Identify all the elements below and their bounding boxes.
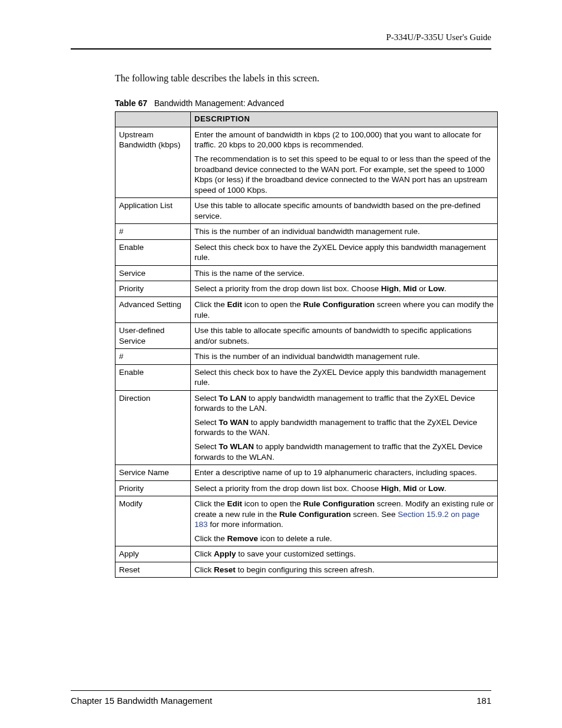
- table-row: Advanced SettingClick the Edit icon to o…: [115, 297, 498, 323]
- header-rule: [71, 48, 491, 50]
- bold-text: Low: [428, 284, 444, 293]
- table-row: ServiceThis is the name of the service.: [115, 265, 498, 281]
- row-label: Application List: [115, 198, 191, 224]
- table-header-description: DESCRIPTION: [191, 112, 498, 127]
- row-label: Reset: [115, 562, 191, 578]
- row-label: Modify: [115, 496, 191, 546]
- bold-text: Rule Configuration: [303, 300, 375, 309]
- description-paragraph: This is the number of an individual band…: [194, 226, 494, 237]
- description-paragraph: Click the Edit icon to open the Rule Con…: [194, 499, 494, 530]
- row-description: This is the name of the service.: [191, 265, 498, 281]
- row-description: Enter a descriptive name of up to 19 alp…: [191, 465, 498, 481]
- description-paragraph: Use this table to allocate specific amou…: [194, 325, 494, 346]
- description-paragraph: Click the Edit icon to open the Rule Con…: [194, 299, 494, 320]
- table-row: EnableSelect this check box to have the …: [115, 239, 498, 265]
- description-paragraph: Use this table to allocate specific amou…: [194, 200, 494, 221]
- table-row: PrioritySelect a priority from the drop …: [115, 480, 498, 496]
- table-row: #This is the number of an individual ban…: [115, 224, 498, 240]
- row-label: Advanced Setting: [115, 297, 191, 323]
- table-row: #This is the number of an individual ban…: [115, 349, 498, 365]
- table-row: ApplyClick Apply to save your customized…: [115, 546, 498, 562]
- row-description: Select To LAN to apply bandwidth managem…: [191, 390, 498, 465]
- row-label: Direction: [115, 390, 191, 465]
- description-paragraph: This is the name of the service.: [194, 268, 494, 279]
- row-label: #: [115, 349, 191, 365]
- bold-text: Low: [428, 484, 444, 493]
- row-label: Priority: [115, 480, 191, 496]
- table-row: PrioritySelect a priority from the drop …: [115, 281, 498, 297]
- header-guide-title: P-334U/P-335U User's Guide: [71, 32, 491, 42]
- description-paragraph: The recommendation is to set this speed …: [194, 154, 494, 195]
- row-label: Service: [115, 265, 191, 281]
- bold-text: To WLAN: [219, 442, 254, 451]
- row-description: Enter the amount of bandwidth in kbps (2…: [191, 127, 498, 197]
- bold-text: Edit: [227, 499, 243, 508]
- row-description: Use this table to allocate specific amou…: [191, 198, 498, 224]
- description-table: DESCRIPTION Upstream Bandwidth (kbps)Ent…: [115, 111, 498, 578]
- bold-text: To WAN: [219, 418, 249, 427]
- row-description: This is the number of an individual band…: [191, 349, 498, 365]
- bold-text: High: [381, 484, 399, 493]
- row-description: This is the number of an individual band…: [191, 224, 498, 240]
- description-paragraph: Select To LAN to apply bandwidth managem…: [194, 393, 494, 414]
- footer-rule: [71, 690, 491, 691]
- description-paragraph: Click the Remove icon to delete a rule.: [194, 533, 494, 544]
- table-row: Service NameEnter a descriptive name of …: [115, 465, 498, 481]
- bold-text: Remove: [227, 534, 259, 543]
- bold-text: To LAN: [219, 394, 246, 403]
- table-header-blank: [115, 112, 191, 127]
- row-label: #: [115, 224, 191, 240]
- table-row: EnableSelect this check box to have the …: [115, 364, 498, 390]
- bold-text: Mid: [403, 284, 416, 293]
- bold-text: High: [381, 284, 399, 293]
- table-row: DirectionSelect To LAN to apply bandwidt…: [115, 390, 498, 465]
- row-label: Upstream Bandwidth (kbps): [115, 127, 191, 197]
- bold-text: Reset: [214, 565, 236, 574]
- description-paragraph: Select To WAN to apply bandwidth managem…: [194, 417, 494, 438]
- description-paragraph: Select To WLAN to apply bandwidth manage…: [194, 442, 494, 462]
- table-caption-label: Table 67: [115, 98, 147, 108]
- table-row: Upstream Bandwidth (kbps)Enter the amoun…: [115, 127, 498, 197]
- description-paragraph: This is the number of an individual band…: [194, 351, 494, 362]
- bold-text: Rule Configuration: [303, 499, 375, 508]
- row-description: Click Apply to save your customized sett…: [191, 546, 498, 562]
- row-label: Enable: [115, 239, 191, 265]
- row-description: Use this table to allocate specific amou…: [191, 323, 498, 349]
- table-row: User-defined ServiceUse this table to al…: [115, 323, 498, 349]
- description-paragraph: Click Apply to save your customized sett…: [194, 549, 494, 559]
- row-label: Priority: [115, 281, 191, 297]
- bold-text: Rule Configuration: [279, 510, 351, 519]
- row-description: Click the Edit icon to open the Rule Con…: [191, 297, 498, 323]
- footer-chapter: Chapter 15 Bandwidth Management: [71, 696, 212, 706]
- row-description: Select a priority from the drop down lis…: [191, 281, 498, 297]
- footer-page-number: 181: [477, 696, 491, 706]
- description-paragraph: Click Reset to begin configuring this sc…: [194, 565, 494, 575]
- page-footer: Chapter 15 Bandwidth Management 181: [71, 686, 491, 706]
- description-paragraph: Enter the amount of bandwidth in kbps (2…: [194, 130, 494, 150]
- intro-text: The following table describes the labels…: [115, 73, 491, 84]
- row-description: Select a priority from the drop down lis…: [191, 480, 498, 496]
- bold-text: Mid: [403, 484, 416, 493]
- row-description: Click Reset to begin configuring this sc…: [191, 562, 498, 578]
- description-paragraph: Select this check box to have the ZyXEL …: [194, 242, 494, 263]
- row-label: Enable: [115, 364, 191, 390]
- row-description: Click the Edit icon to open the Rule Con…: [191, 496, 498, 546]
- description-paragraph: Select this check box to have the ZyXEL …: [194, 367, 494, 388]
- table-row: ModifyClick the Edit icon to open the Ru…: [115, 496, 498, 546]
- page: P-334U/P-335U User's Guide The following…: [0, 0, 562, 728]
- row-description: Select this check box to have the ZyXEL …: [191, 239, 498, 265]
- table-row: ResetClick Reset to begin configuring th…: [115, 562, 498, 578]
- description-paragraph: Enter a descriptive name of up to 19 alp…: [194, 467, 494, 478]
- table-row: Application ListUse this table to alloca…: [115, 198, 498, 224]
- description-paragraph: Select a priority from the drop down lis…: [194, 284, 494, 294]
- table-caption-text: Bandwidth Management: Advanced: [154, 98, 284, 108]
- bold-text: Apply: [214, 549, 236, 558]
- table-caption: Table 67 Bandwidth Management: Advanced: [115, 98, 491, 108]
- description-paragraph: Select a priority from the drop down lis…: [194, 483, 494, 494]
- row-label: Apply: [115, 546, 191, 562]
- row-label: User-defined Service: [115, 323, 191, 349]
- bold-text: Edit: [227, 300, 243, 309]
- row-label: Service Name: [115, 465, 191, 481]
- row-description: Select this check box to have the ZyXEL …: [191, 364, 498, 390]
